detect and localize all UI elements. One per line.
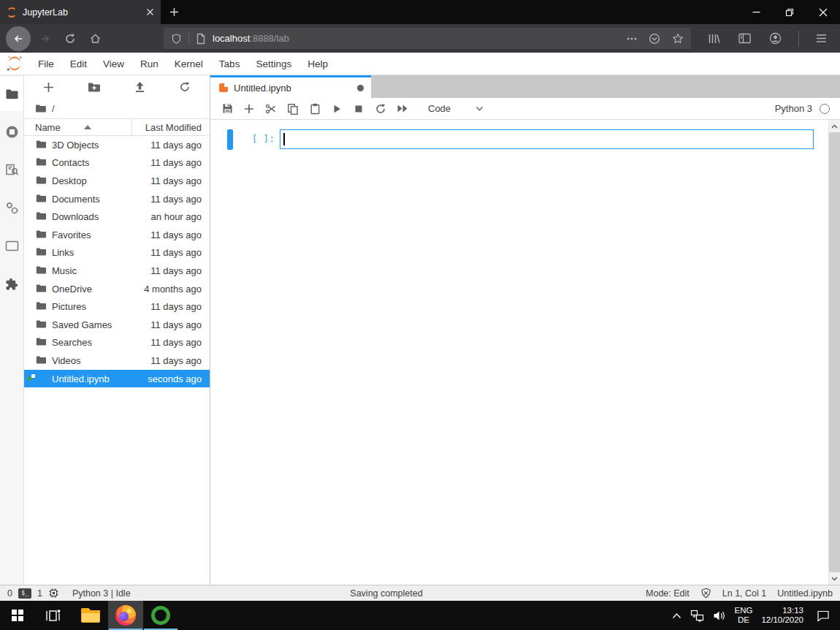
file-explorer-button[interactable]	[73, 601, 108, 630]
kernel-status-icon[interactable]	[820, 104, 830, 114]
reload-button[interactable]	[58, 27, 82, 50]
hamburger-menu-icon[interactable]	[809, 27, 833, 50]
tracking-shield-icon[interactable]	[171, 33, 182, 45]
folder-icon	[36, 229, 47, 240]
url-text[interactable]: localhost:8888/lab	[213, 33, 289, 44]
file-row[interactable]: Desktop 11 days ago	[24, 172, 210, 190]
file-row[interactable]: Pictures 11 days ago	[24, 297, 210, 316]
file-row[interactable]: 3D Objects 11 days ago	[24, 136, 210, 154]
column-header-name[interactable]: Name	[24, 119, 132, 135]
home-button[interactable]	[83, 27, 107, 50]
scrollbar-thumb[interactable]	[829, 132, 840, 572]
file-row[interactable]: OneDrive 4 months ago	[24, 280, 210, 298]
window-restore-button[interactable]	[773, 0, 806, 24]
file-explorer-icon	[81, 608, 100, 623]
action-center-icon[interactable]	[817, 610, 830, 622]
notebook-tab[interactable]: Untitled.ipynb	[210, 75, 371, 98]
browser-tab[interactable]: JupyterLab	[0, 0, 161, 24]
kernel-status-text[interactable]: Python 3 | Idle	[72, 588, 131, 599]
menubar-item[interactable]: Help	[299, 53, 336, 75]
kernel-name[interactable]: Python 3	[775, 103, 812, 114]
pocket-icon[interactable]	[649, 33, 660, 45]
window-minimize-button[interactable]	[739, 0, 773, 24]
new-folder-button[interactable]	[88, 82, 101, 93]
scroll-up-icon[interactable]	[829, 120, 840, 132]
sidebar-tab-property-inspector[interactable]	[0, 191, 23, 225]
menubar-item[interactable]: Kernel	[167, 53, 211, 75]
kernels-count[interactable]: 1	[37, 588, 42, 599]
file-row[interactable]: Music 11 days ago	[24, 262, 210, 280]
run-cell-button[interactable]	[326, 100, 348, 118]
breadcrumb[interactable]: /	[24, 99, 210, 118]
file-row[interactable]: Downloads an hour ago	[24, 208, 210, 226]
save-button[interactable]	[216, 100, 238, 118]
file-row[interactable]: Untitled.ipynb seconds ago	[24, 370, 210, 388]
file-row[interactable]: Favorites 11 days ago	[24, 226, 210, 244]
scroll-down-icon[interactable]	[829, 572, 840, 585]
notebook-scrollbar[interactable]	[828, 120, 840, 585]
menubar-item[interactable]: File	[30, 53, 62, 75]
active-file-name[interactable]: Untitled.ipynb	[777, 588, 833, 599]
account-icon[interactable]	[763, 27, 787, 50]
cell-type-select[interactable]: Code	[424, 103, 488, 114]
page-info-icon[interactable]	[196, 33, 206, 45]
file-row[interactable]: Links 11 days ago	[24, 244, 210, 262]
file-row[interactable]: Saved Games 11 days ago	[24, 316, 210, 334]
sidebar-toggle-icon[interactable]	[733, 27, 756, 50]
sidebar-tab-open-tabs[interactable]	[0, 229, 23, 263]
cell-collapser[interactable]	[227, 129, 233, 150]
notebook-mode[interactable]: Mode: Edit	[646, 588, 690, 599]
menubar-item[interactable]: Run	[132, 53, 167, 75]
add-cell-button[interactable]	[238, 100, 260, 118]
folder-icon	[36, 284, 47, 295]
file-row[interactable]: Contacts 11 days ago	[24, 154, 210, 172]
file-row[interactable]: Searches 11 days ago	[24, 334, 210, 352]
column-header-modified[interactable]: Last Modified	[132, 119, 210, 135]
language-indicator[interactable]: ENG DE	[735, 606, 753, 626]
code-cell[interactable]: [ ]:	[210, 129, 828, 150]
tray-expand-icon[interactable]	[672, 612, 681, 619]
new-tab-button[interactable]	[161, 0, 187, 24]
task-view-button[interactable]	[35, 601, 70, 630]
cursor-position[interactable]: Ln 1, Col 1	[722, 588, 766, 599]
tab-close-icon[interactable]	[146, 8, 154, 16]
refresh-file-list-button[interactable]	[179, 81, 191, 93]
menubar-item[interactable]: Edit	[62, 53, 95, 75]
sidebar-tab-extensions[interactable]	[0, 267, 23, 301]
library-icon[interactable]	[702, 27, 725, 50]
sidebar-tab-command-palette[interactable]	[0, 153, 23, 187]
upload-button[interactable]	[134, 81, 145, 93]
breadcrumb-root[interactable]: /	[52, 103, 55, 114]
sidebar-tab-running[interactable]	[0, 115, 23, 149]
restart-kernel-button[interactable]	[370, 100, 392, 118]
network-icon[interactable]	[690, 610, 704, 622]
menubar-item[interactable]: View	[95, 53, 132, 75]
terminals-count[interactable]: 0	[7, 588, 12, 599]
copy-cells-button[interactable]	[282, 100, 304, 118]
paste-cells-button[interactable]	[304, 100, 326, 118]
unsaved-changes-indicator[interactable]	[357, 85, 364, 91]
firefox-taskbar-button[interactable]	[108, 601, 143, 630]
page-actions-icon[interactable]	[627, 37, 637, 40]
cut-cells-button[interactable]	[260, 100, 282, 118]
start-button[interactable]	[0, 601, 35, 630]
menubar-item[interactable]: Settings	[248, 53, 299, 75]
greenshot-taskbar-button[interactable]	[143, 601, 178, 630]
window-close-button[interactable]	[806, 0, 840, 24]
sidebar-tab-file-browser[interactable]	[0, 77, 23, 111]
menubar-item[interactable]: Tabs	[211, 53, 248, 75]
cell-editor[interactable]	[280, 129, 814, 149]
volume-icon[interactable]	[713, 610, 726, 621]
interrupt-kernel-button[interactable]	[348, 100, 370, 118]
file-row[interactable]: Videos 11 days ago	[24, 352, 210, 370]
run-all-cells-button[interactable]	[392, 100, 413, 118]
url-bar[interactable]: localhost:8888/lab	[164, 28, 691, 49]
new-launcher-button[interactable]	[43, 82, 54, 93]
clock[interactable]: 13:13 12/10/2020	[761, 606, 803, 626]
back-button[interactable]	[6, 26, 31, 51]
folder-icon	[36, 337, 47, 348]
bookmark-star-icon[interactable]	[672, 33, 684, 45]
forward-button[interactable]	[34, 27, 57, 50]
trust-indicator-icon[interactable]	[700, 588, 711, 599]
file-row[interactable]: Documents 11 days ago	[24, 190, 210, 208]
